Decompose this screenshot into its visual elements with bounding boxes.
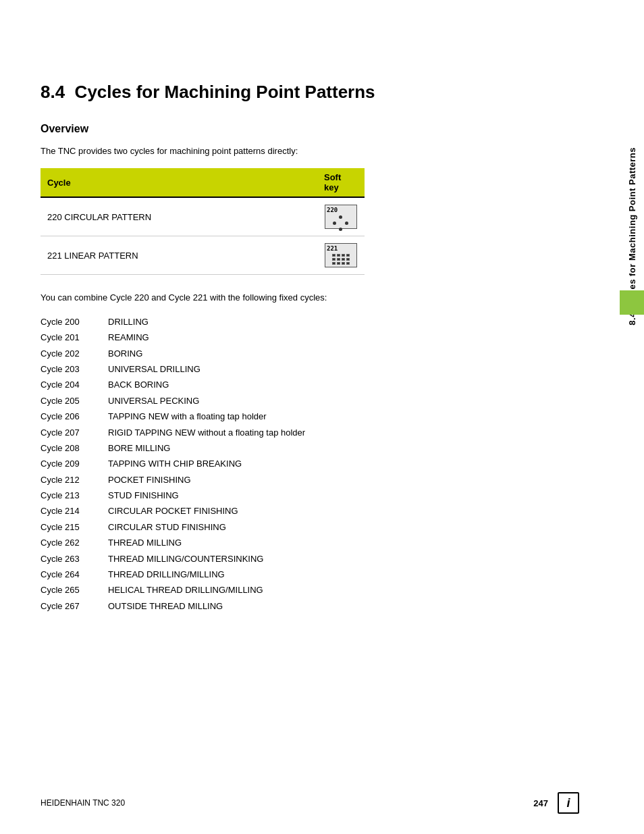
- col-header-softkey: Soft key: [317, 168, 365, 197]
- info-icon: i: [558, 792, 579, 814]
- cycle-list-item: Cycle 205UNIVERSAL PECKING: [41, 393, 579, 409]
- footer-brand: HEIDENHAIN TNC 320: [41, 798, 125, 808]
- cycle-list-item: Cycle 200DRILLING: [41, 314, 579, 330]
- cycle-list-item: Cycle 204BACK BORING: [41, 377, 579, 392]
- cycle-num: Cycle 215: [41, 519, 108, 535]
- cycle-num: Cycle 208: [41, 440, 108, 456]
- cycle-list: Cycle 200DRILLINGCycle 201REAMINGCycle 2…: [41, 314, 579, 614]
- cycle-name: TAPPING NEW with a floating tap holder: [108, 409, 267, 424]
- circular-pattern-icon: [327, 215, 355, 232]
- cycle-list-item: Cycle 262THREAD MILLING: [41, 535, 579, 550]
- linear-pattern-icon: [327, 254, 355, 265]
- footer-right: 247 i: [533, 792, 579, 814]
- cycle-list-item: Cycle 208BORE MILLING: [41, 440, 579, 456]
- cycle-num: Cycle 203: [41, 361, 108, 377]
- table-row: 220 CIRCULAR PATTERN 220: [41, 197, 365, 236]
- cycle-list-item: Cycle 265HELICAL THREAD DRILLING/MILLING: [41, 582, 579, 598]
- softkey-220-cell: 220: [317, 197, 365, 236]
- softkey-221-btn[interactable]: 221: [325, 243, 357, 267]
- cycle-221-label: 221 LINEAR PATTERN: [41, 236, 317, 275]
- cycle-num: Cycle 214: [41, 503, 108, 519]
- cycle-list-item: Cycle 212POCKET FINISHING: [41, 472, 579, 488]
- cycle-list-item: Cycle 207RIGID TAPPING NEW without a flo…: [41, 425, 579, 440]
- cycle-table: Cycle Soft key 220 CIRCULAR PATTERN 220: [41, 168, 365, 275]
- cycle-num: Cycle 267: [41, 598, 108, 614]
- cycle-220-label: 220 CIRCULAR PATTERN: [41, 197, 317, 236]
- intro-text: The TNC provides two cycles for machinin…: [41, 145, 579, 158]
- cycle-num: Cycle 262: [41, 535, 108, 550]
- softkey-221-cell: 221: [317, 236, 365, 275]
- cycle-name: UNIVERSAL DRILLING: [108, 361, 200, 377]
- cycle-name: RIGID TAPPING NEW without a floating tap…: [108, 425, 305, 440]
- cycle-list-item: Cycle 213STUD FINISHING: [41, 488, 579, 503]
- cycle-list-item: Cycle 209TAPPING WITH CHIP BREAKING: [41, 456, 579, 471]
- cycle-name: REAMING: [108, 330, 149, 345]
- cycle-num: Cycle 207: [41, 425, 108, 440]
- chapter-heading: 8.4 Cycles for Machining Point Patterns: [41, 81, 579, 104]
- chapter-title: Cycles for Machining Point Patterns: [75, 82, 375, 102]
- chapter-number: 8.4: [41, 82, 65, 102]
- cycle-list-item: Cycle 264THREAD DRILLING/MILLING: [41, 567, 579, 582]
- cycle-num: Cycle 209: [41, 456, 108, 471]
- cycle-name: POCKET FINISHING: [108, 472, 191, 488]
- cycle-name: HELICAL THREAD DRILLING/MILLING: [108, 582, 263, 598]
- cycle-num: Cycle 263: [41, 551, 108, 567]
- sidebar-green-accent: [620, 290, 644, 315]
- cycle-name: CIRCULAR STUD FINISHING: [108, 519, 226, 535]
- cycle-name: THREAD MILLING: [108, 535, 182, 550]
- cycle-num: Cycle 200: [41, 314, 108, 330]
- cycle-name: BORING: [108, 346, 142, 361]
- cycle-num: Cycle 212: [41, 472, 108, 488]
- cycle-list-item: Cycle 206TAPPING NEW with a floating tap…: [41, 409, 579, 424]
- cycle-name: THREAD DRILLING/MILLING: [108, 567, 225, 582]
- cycle-name: BACK BORING: [108, 377, 169, 392]
- cycle-name: CIRCULAR POCKET FINISHING: [108, 503, 238, 519]
- cycle-name: DRILLING: [108, 314, 149, 330]
- cycle-list-item: Cycle 267OUTSIDE THREAD MILLING: [41, 598, 579, 614]
- cycle-num: Cycle 265: [41, 582, 108, 598]
- table-row: 221 LINEAR PATTERN 221: [41, 236, 365, 275]
- cycle-list-item: Cycle 215CIRCULAR STUD FINISHING: [41, 519, 579, 535]
- main-content: 8.4 Cycles for Machining Point Patterns …: [0, 0, 620, 654]
- page-wrapper: 8.4 Cycles for Machining Point Patterns …: [0, 0, 644, 834]
- footer: HEIDENHAIN TNC 320 247 i: [0, 792, 620, 814]
- cycle-num: Cycle 264: [41, 567, 108, 582]
- cycle-list-item: Cycle 203UNIVERSAL DRILLING: [41, 361, 579, 377]
- sidebar-tab: 8.4 Cycles for Machining Point Patterns: [620, 95, 644, 378]
- cycle-list-item: Cycle 214CIRCULAR POCKET FINISHING: [41, 503, 579, 519]
- cycle-name: UNIVERSAL PECKING: [108, 393, 199, 409]
- table-header-row: Cycle Soft key: [41, 168, 365, 197]
- cycle-num: Cycle 201: [41, 330, 108, 345]
- softkey-220-btn[interactable]: 220: [325, 205, 357, 229]
- footer-page: 247: [533, 798, 548, 808]
- cycle-name: BORE MILLING: [108, 440, 170, 456]
- cycle-num: Cycle 213: [41, 488, 108, 503]
- combine-text: You can combine Cycle 220 and Cycle 221 …: [41, 291, 579, 305]
- cycle-list-item: Cycle 263THREAD MILLING/COUNTERSINKING: [41, 551, 579, 567]
- cycle-name: THREAD MILLING/COUNTERSINKING: [108, 551, 263, 567]
- cycle-num: Cycle 204: [41, 377, 108, 392]
- overview-heading: Overview: [41, 123, 579, 135]
- cycle-name: TAPPING WITH CHIP BREAKING: [108, 456, 242, 471]
- cycle-num: Cycle 206: [41, 409, 108, 424]
- cycle-list-item: Cycle 201REAMING: [41, 330, 579, 345]
- cycle-name: STUD FINISHING: [108, 488, 179, 503]
- cycle-num: Cycle 205: [41, 393, 108, 409]
- cycle-num: Cycle 202: [41, 346, 108, 361]
- col-header-cycle: Cycle: [41, 168, 317, 197]
- cycle-list-item: Cycle 202BORING: [41, 346, 579, 361]
- cycle-name: OUTSIDE THREAD MILLING: [108, 598, 223, 614]
